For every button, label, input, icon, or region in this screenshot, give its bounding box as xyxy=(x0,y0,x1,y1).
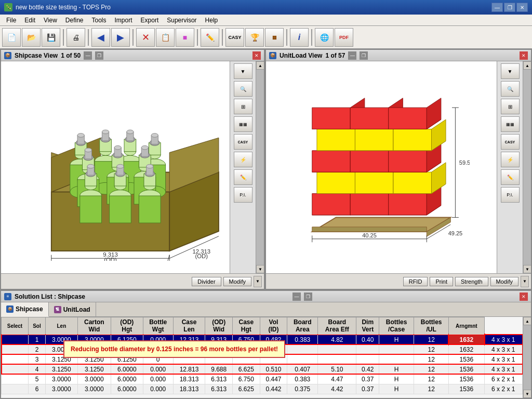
menu-export[interactable]: Export xyxy=(137,16,163,25)
menu-edit[interactable]: Edit xyxy=(20,16,39,25)
cell-bul-1: 1632 xyxy=(449,335,484,344)
table-row[interactable]: 4 3.1250 3.1250 6.0000 0.000 12.813 9.68… xyxy=(2,364,523,374)
shipcase-lightning-btn[interactable]: ⚡ xyxy=(234,152,252,167)
unitload-grid-btn[interactable]: ⊞ xyxy=(501,99,520,114)
menu-define[interactable]: Define xyxy=(61,16,88,25)
unitload-restore[interactable]: ❐ xyxy=(360,51,368,60)
svg-text:(OD): (OD) xyxy=(104,257,117,261)
shipcase-restore[interactable]: ❐ xyxy=(95,51,103,60)
forward-button[interactable]: ▶ xyxy=(111,28,130,47)
toolbar-sep-2 xyxy=(88,29,89,46)
menu-import[interactable]: Import xyxy=(111,16,137,25)
unitload-pi-btn[interactable]: P.I. xyxy=(501,187,520,203)
svg-rect-67 xyxy=(110,196,131,223)
cell-cwid-5: 6.313 xyxy=(205,374,233,384)
cell-wid-4: 3.1250 xyxy=(77,364,111,374)
views-row: 📦 Shipcase View 1 of 50 — ❐ ✕ xyxy=(0,49,532,290)
menu-help[interactable]: Help xyxy=(201,16,222,25)
unitload-zoom-btn[interactable]: 🔍 xyxy=(501,81,520,97)
minimize-button[interactable]: — xyxy=(491,3,503,12)
print-bottom-button[interactable]: Print xyxy=(430,277,453,286)
info-button[interactable]: i xyxy=(290,28,309,47)
shipcase-scroll-down[interactable]: ▼ xyxy=(256,265,264,273)
solution-scroll-track[interactable] xyxy=(523,325,531,390)
shipcase-title: Shipcase View xyxy=(15,52,58,59)
tab-unitload[interactable]: 🏗 UnitLoad xyxy=(49,302,96,316)
solution-close[interactable]: ✕ xyxy=(520,292,528,301)
table-row[interactable]: 6 3.0000 3.0000 6.0000 0.000 18.313 6.31… xyxy=(2,384,523,394)
unitload-casy-btn[interactable]: CASY xyxy=(501,134,520,150)
menu-view[interactable]: View xyxy=(39,16,61,25)
shipcase-grid2-btn[interactable]: ▦▦ xyxy=(234,116,252,132)
barcode-button[interactable]: ▦ xyxy=(265,28,284,47)
shipcase-down-btn[interactable]: ▼ xyxy=(234,63,252,79)
casy-button[interactable]: CASY xyxy=(225,28,244,47)
cell-beff-1: 4.82 xyxy=(318,335,356,344)
unitload-scrollbar: ▲ ▼ xyxy=(523,61,531,273)
svg-text:40.25: 40.25 xyxy=(362,232,377,238)
unitload-down-btn[interactable]: ▼ xyxy=(501,63,520,79)
cell-sol-2: 2 xyxy=(28,344,45,354)
edit-button[interactable]: ✏️ xyxy=(201,28,219,47)
shipcase-minimize[interactable]: — xyxy=(84,51,92,60)
svg-marker-95 xyxy=(312,227,427,232)
table-container[interactable]: Select Sol Len CartonWid (OD)Hgt BottleW… xyxy=(1,317,523,398)
unitload-scroll-down[interactable]: ▼ xyxy=(523,265,531,273)
shipcase-grid-btn[interactable]: ⊞ xyxy=(234,99,252,114)
unitload-lightning-btn[interactable]: ⚡ xyxy=(501,152,520,167)
unitload-scroll-track[interactable] xyxy=(523,70,531,265)
unitload-minimize[interactable]: — xyxy=(348,51,356,60)
menu-tools[interactable]: Tools xyxy=(88,16,111,25)
open-button[interactable]: 📂 xyxy=(22,28,41,47)
shipcase-canvas: 9.313 (OD) 12.313 (OD) 6.750 (OD) xyxy=(1,61,230,273)
shipcase-counter: 1 of 50 xyxy=(61,52,81,59)
shipcase-bottom-scroll[interactable]: ▼ xyxy=(254,276,262,287)
cell-dvert-6: 0.37 xyxy=(356,384,379,394)
shipcase-pencil-btn[interactable]: ✏️ xyxy=(234,169,252,185)
unitload-grid2-btn[interactable]: ▦▦ xyxy=(501,116,520,132)
shipcase-pi-btn[interactable]: P.I. xyxy=(234,187,252,203)
menu-supervisor[interactable]: Supervisor xyxy=(163,16,201,25)
unitload-panel-header: 📦 UnitLoad View 1 of 57 — ❐ ✕ xyxy=(266,50,531,61)
tab-shipcase[interactable]: 📦 Shipcase xyxy=(1,302,49,317)
color-button[interactable]: ■ xyxy=(176,28,194,47)
cell-hgt-4: 6.0000 xyxy=(111,364,143,374)
pdf-button[interactable]: PDF xyxy=(335,28,353,47)
unitload-close[interactable]: ✕ xyxy=(520,51,528,60)
unitload-pencil-btn[interactable]: ✏️ xyxy=(501,169,520,185)
unitload-modify-button[interactable]: Modify xyxy=(490,277,518,286)
solution-scroll-up[interactable]: ▲ xyxy=(523,317,531,325)
delete-button[interactable]: ✕ xyxy=(136,28,155,47)
divider-button[interactable]: Divider xyxy=(192,277,221,286)
svg-point-58 xyxy=(141,145,148,150)
shipcase-casy-btn[interactable]: CASY xyxy=(234,134,252,150)
shipcase-panel: 📦 Shipcase View 1 of 50 — ❐ ✕ xyxy=(0,49,265,290)
svg-marker-110 xyxy=(355,172,393,193)
gold-button[interactable]: 🏆 xyxy=(245,28,264,47)
shipcase-scroll-track[interactable] xyxy=(256,70,264,265)
restore-button[interactable]: ❐ xyxy=(504,3,515,12)
shipcase-zoom-btn[interactable]: 🔍 xyxy=(234,81,252,97)
back-button[interactable]: ◀ xyxy=(91,28,110,47)
shipcase-modify-button[interactable]: Modify xyxy=(223,277,251,286)
shipcase-close[interactable]: ✕ xyxy=(252,51,261,60)
new-button[interactable]: 📄 xyxy=(2,28,21,47)
unitload-bottom-scroll[interactable]: ▼ xyxy=(521,276,529,287)
save-button[interactable]: 💾 xyxy=(42,28,60,47)
export1-button[interactable]: 🌐 xyxy=(315,28,334,47)
action1-button[interactable]: 📋 xyxy=(156,28,175,47)
solution-minimize[interactable]: — xyxy=(292,292,301,301)
cell-clen-6: 18.313 xyxy=(173,384,205,394)
rfid-button[interactable]: RFID xyxy=(403,277,428,286)
shipcase-scroll-up[interactable]: ▲ xyxy=(256,61,264,70)
unitload-tab-icon: 🏗 xyxy=(54,306,61,313)
unitload-scroll-up[interactable]: ▲ xyxy=(523,61,531,70)
close-button[interactable]: ✕ xyxy=(516,3,528,12)
solution-restore[interactable]: ❐ xyxy=(304,292,312,301)
menu-file[interactable]: File xyxy=(2,16,20,25)
table-row[interactable]: 5 3.0000 3.0000 6.0000 0.000 18.313 6.31… xyxy=(2,374,523,384)
cell-dvert-3 xyxy=(356,354,379,364)
solution-scroll-down[interactable]: ▼ xyxy=(523,390,531,398)
strength-button[interactable]: Strength xyxy=(455,277,488,286)
print-button[interactable]: 🖨 xyxy=(66,28,85,47)
